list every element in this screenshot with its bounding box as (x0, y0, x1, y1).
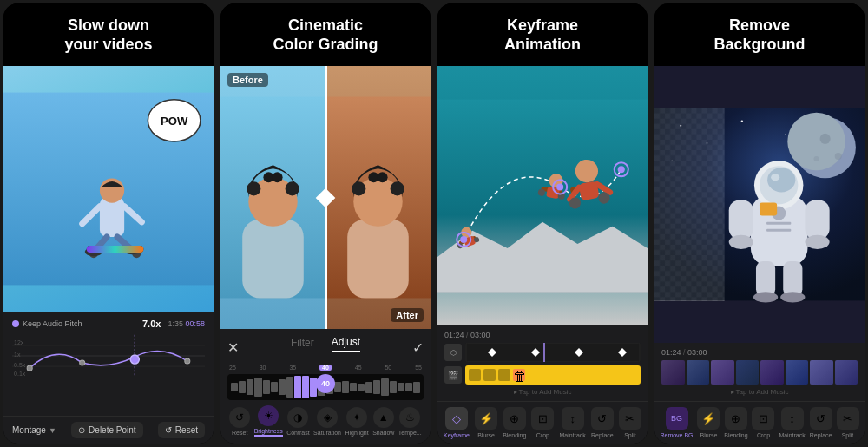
toolbar-blurse[interactable]: ⚡ Blurse (475, 407, 497, 438)
thumb-2 (483, 369, 496, 381)
keyframe-icon: ◇ (445, 407, 468, 430)
thumb-frame-3 (711, 360, 734, 385)
crop-icon-4: ⊡ (752, 407, 774, 430)
montage-label: Montage (12, 425, 46, 435)
thumb-frame-6 (786, 360, 809, 385)
tool-contrast[interactable]: ◑ Contrast (286, 407, 309, 436)
after-half (326, 66, 431, 329)
svg-rect-94 (756, 261, 775, 296)
tool-highlight[interactable]: ✦ Highlight (345, 407, 368, 436)
timeline-row-3: ⬡ (444, 343, 641, 362)
svg-text:0.5x: 0.5x (14, 362, 26, 368)
tool-reset-label: Reset (232, 430, 247, 436)
toolbar-split[interactable]: ✂ Split (619, 407, 641, 438)
svg-point-82 (820, 134, 831, 144)
thumb-frame-4 (736, 360, 760, 385)
panel-remove-bg: Remove Background (654, 3, 865, 444)
panel-1-controls: Keep Audio Pitch 7.0x 1:35 00:58 12x 1x (3, 312, 214, 416)
filter-adjust-tabs: Filter Adjust (291, 336, 360, 352)
svg-text:12x: 12x (14, 339, 24, 345)
toolbar-split-4[interactable]: ✂ Split (837, 407, 859, 438)
add-music-label-4: ▸ Tap to Add Music (731, 388, 789, 396)
tool-saturation-label: Saturation (313, 430, 341, 436)
toolbar-removebg[interactable]: BG Remove BG (660, 407, 693, 438)
crop-label: Crop (536, 432, 549, 438)
reset-icon: ↺ (165, 425, 172, 435)
svg-point-76 (785, 134, 786, 135)
slider-labels: 253035 40 455055 (227, 365, 424, 371)
svg-point-23 (80, 360, 85, 365)
svg-rect-35 (347, 220, 409, 299)
toolbar-maintrack-4[interactable]: ↕ Maintrack (779, 407, 805, 438)
tool-shadow-icon: ▲ (373, 407, 394, 428)
toolbar-blending-4[interactable]: ⊕ Blending (724, 407, 747, 438)
replace-label-4: Replace (810, 432, 832, 438)
toolbar-crop-4[interactable]: ⊡ Crop (752, 407, 774, 438)
adjust-tab[interactable]: Adjust (332, 336, 360, 352)
tool-saturation[interactable]: ◈ Saturation (313, 407, 341, 436)
time-position-3: 01:24 (444, 331, 464, 339)
close-button[interactable]: ✕ (227, 339, 239, 356)
panel-4-controls: 01:24 / 03:00 ▸ Tap to Add Music (654, 343, 865, 401)
thumb-frame-8 (835, 360, 858, 385)
panel-3-bottom-toolbar: ◇ Keyframe ⚡ Blurse ⊕ Blending ⊡ Crop ↕ … (437, 401, 648, 444)
add-music-3[interactable]: ▸ Tap to Add Music (444, 388, 641, 396)
tool-brightness[interactable]: ☀ Brightness (254, 405, 283, 437)
toolbar-replace-4[interactable]: ↺ Replace (810, 407, 832, 438)
add-music-4[interactable]: ▸ Tap to Add Music (661, 388, 858, 396)
yellow-track[interactable]: 🗑 (465, 365, 641, 385)
split-label-4: Split (842, 432, 854, 438)
blurse-label: Blurse (477, 432, 495, 438)
tool-temperature-icon: ♨ (399, 407, 420, 428)
keep-audio-dot (12, 320, 19, 327)
panel-4-screen (654, 66, 865, 343)
toolbar-maintrack[interactable]: ↕ Maintrack (560, 407, 586, 438)
timeline-track-3[interactable] (465, 343, 641, 362)
svg-point-33 (272, 172, 282, 182)
blending-label-4: Blending (724, 432, 747, 438)
svg-point-93 (805, 235, 829, 249)
toolbar-replace[interactable]: ↺ Replace (591, 407, 614, 438)
maintrack-label: Maintrack (560, 432, 586, 438)
confirm-button[interactable]: ✓ (412, 339, 424, 356)
svg-point-38 (391, 181, 404, 195)
thumb-frame-5 (760, 360, 784, 385)
panel-color-grading: Cinematic Color Grading (220, 3, 431, 444)
tool-contrast-icon: ◑ (287, 407, 308, 428)
delete-point-button[interactable]: ⊙ Delete Point (71, 422, 142, 438)
toolbar-blending[interactable]: ⊕ Blending (503, 407, 526, 438)
svg-point-73 (680, 125, 681, 127)
tool-reset[interactable]: ↺ Reset (229, 407, 250, 436)
panel-1-title: Slow down your videos (3, 3, 214, 66)
brightness-slider-container[interactable]: 253035 40 455055 (227, 365, 424, 400)
panel-2-controls: ✕ Filter Adjust ✓ 253035 40 455055 (220, 329, 431, 444)
svg-point-84 (814, 156, 819, 161)
tool-shadow[interactable]: ▲ Shadow (372, 407, 394, 436)
svg-point-88 (767, 168, 795, 192)
svg-point-96 (753, 292, 778, 302)
tool-shadow-label: Shadow (372, 430, 394, 436)
svg-point-77 (672, 160, 673, 161)
svg-point-75 (741, 120, 743, 122)
keep-audio-toggle[interactable]: Keep Audio Pitch (12, 319, 82, 328)
panel-slow-down: Slow down your videos POW (3, 3, 214, 444)
svg-rect-101 (760, 202, 777, 215)
speed-graph[interactable]: 12x 1x 0.5x 0.1x (12, 334, 205, 378)
svg-text:1x: 1x (14, 352, 21, 358)
reset-button[interactable]: ↺ Reset (158, 422, 205, 438)
filter-tab[interactable]: Filter (291, 337, 314, 352)
panel-1-bottom-controls: Montage ▼ ⊙ Delete Point ↺ Reset (3, 416, 214, 444)
tool-temperature[interactable]: ♨ Tempe... (398, 407, 422, 436)
replace-icon: ↺ (591, 407, 614, 430)
svg-text:0.1x: 0.1x (14, 371, 26, 377)
toolbar-blurse-4[interactable]: ⚡ Blurse (697, 407, 720, 438)
toolbar-keyframe[interactable]: ◇ Keyframe (444, 407, 470, 438)
panel-2-title: Cinematic Color Grading (220, 3, 431, 66)
close-check-row: ✕ Filter Adjust ✓ (227, 336, 424, 359)
svg-text:POW: POW (161, 115, 188, 128)
maintrack-icon-4: ↕ (781, 407, 804, 430)
toolbar-crop[interactable]: ⊡ Crop (531, 407, 554, 438)
yellow-segment-row: 🎬 🗑 (444, 365, 641, 385)
svg-rect-6 (100, 198, 124, 237)
montage-button[interactable]: Montage ▼ (12, 425, 56, 435)
